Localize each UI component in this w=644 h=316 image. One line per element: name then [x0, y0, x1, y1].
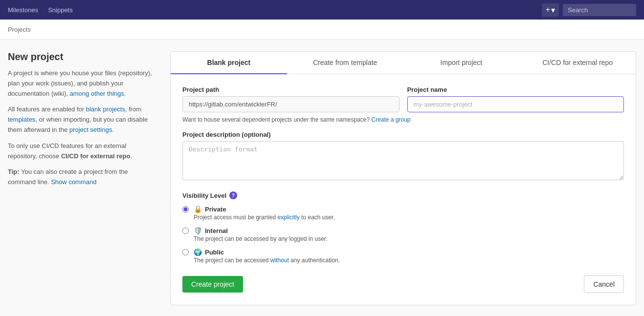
project-name-label: Project name: [407, 86, 624, 93]
sidebar-link-templates[interactable]: templates: [8, 116, 35, 123]
form-body: Project path Project name Want to house …: [171, 74, 636, 305]
visibility-public-desc: The project can be accessed without any …: [194, 257, 340, 264]
create-group-link[interactable]: Create a group: [371, 116, 410, 123]
description-textarea[interactable]: [182, 141, 624, 180]
project-name-group: Project name: [407, 86, 624, 112]
tab-import-project[interactable]: Import project: [403, 52, 520, 74]
visibility-option-private: 🔒 Private Project access must be granted…: [182, 205, 624, 221]
radio-wrap-internal: [182, 228, 189, 235]
radio-wrap-public: [182, 249, 189, 257]
shield-icon: 🛡️: [194, 227, 202, 234]
chevron-down-icon: ▾: [551, 5, 555, 15]
cancel-button[interactable]: Cancel: [584, 275, 624, 293]
visibility-public-content[interactable]: 🌍 Public The project can be accessed wit…: [194, 248, 340, 264]
project-path-group: Project path: [182, 86, 400, 112]
visibility-section: Visibility Level ? 🔒 Private: [182, 191, 624, 264]
visibility-internal-content[interactable]: 🛡️ Internal The project can be accessed …: [194, 227, 328, 242]
visibility-private-content[interactable]: 🔒 Private Project access must be granted…: [194, 205, 335, 221]
visibility-label: Visibility Level ?: [182, 191, 624, 199]
project-path-name-row: Project path Project name: [182, 86, 624, 112]
radio-private[interactable]: [182, 206, 189, 212]
breadcrumb: Projects: [0, 20, 644, 40]
breadcrumb-text: Projects: [8, 26, 31, 33]
project-path-input[interactable]: [182, 96, 400, 112]
visibility-help-icon[interactable]: ?: [229, 191, 237, 199]
tab-bar: Blank project Create from template Impor…: [171, 52, 636, 74]
tab-cicd-external-repo[interactable]: CI/CD for external repo: [519, 52, 636, 74]
sidebar: New project A project is where you house…: [8, 51, 155, 305]
sidebar-show-command-link[interactable]: Show command: [51, 178, 96, 186]
tab-create-from-template[interactable]: Create from template: [287, 52, 403, 74]
main-content: New project A project is where you house…: [0, 40, 644, 316]
visibility-private-desc: Project access must be granted explicitl…: [194, 214, 335, 221]
radio-internal[interactable]: [182, 228, 189, 234]
namespace-hint: Want to house several dependent projects…: [182, 116, 624, 123]
sidebar-para3: To only use CI/CD features for an extern…: [8, 141, 155, 162]
visibility-private-link[interactable]: explicitly: [277, 214, 299, 221]
radio-public[interactable]: [182, 249, 189, 255]
visibility-internal-desc: The project can be accessed by any logge…: [194, 235, 328, 242]
nav-snippets[interactable]: Snippets: [48, 6, 73, 14]
visibility-options: 🔒 Private Project access must be granted…: [182, 205, 624, 264]
form-panel: Blank project Create from template Impor…: [170, 51, 636, 305]
description-label: Project description (optional): [182, 131, 624, 138]
sidebar-para2: All features are enabled for blank proje…: [8, 105, 155, 135]
nav-actions: + ▾: [542, 3, 636, 17]
visibility-public-label: Public: [205, 249, 224, 256]
nav-milestones[interactable]: Milestones: [8, 6, 38, 14]
new-item-button[interactable]: + ▾: [542, 3, 559, 17]
plus-icon: +: [546, 5, 550, 14]
visibility-internal-label: Internal: [205, 227, 228, 234]
globe-icon: 🌍: [194, 248, 202, 256]
project-path-label: Project path: [182, 86, 400, 93]
namespace-hint-text: Want to house several dependent projects…: [182, 116, 370, 123]
search-input[interactable]: [563, 4, 636, 16]
sidebar-link-other-things[interactable]: among other things: [69, 90, 124, 97]
sidebar-tip: Tip: You can also create a project from …: [8, 167, 155, 188]
visibility-option-internal: 🛡️ Internal The project can be accessed …: [182, 227, 624, 242]
visibility-option-public: 🌍 Public The project can be accessed wit…: [182, 248, 624, 264]
visibility-public-link[interactable]: without: [270, 257, 289, 264]
lock-icon: 🔒: [194, 205, 202, 213]
sidebar-link-blank-projects[interactable]: blank projects: [86, 105, 125, 113]
description-group: Project description (optional): [182, 131, 624, 191]
tab-blank-project[interactable]: Blank project: [171, 52, 287, 74]
project-name-input[interactable]: [407, 96, 624, 112]
visibility-private-label: Private: [205, 206, 226, 213]
sidebar-tip-label: Tip:: [8, 168, 20, 175]
sidebar-para1: A project is where you house your files …: [8, 68, 155, 99]
sidebar-link-project-settings[interactable]: project settings: [69, 126, 112, 133]
top-navigation: Milestones Snippets + ▾: [0, 0, 644, 20]
page-title: New project: [8, 51, 155, 63]
sidebar-cicd-bold: CI/CD for external repo: [61, 152, 131, 160]
radio-wrap-private: [182, 206, 189, 214]
create-project-button[interactable]: Create project: [182, 276, 243, 293]
form-actions: Create project Cancel: [182, 275, 624, 293]
